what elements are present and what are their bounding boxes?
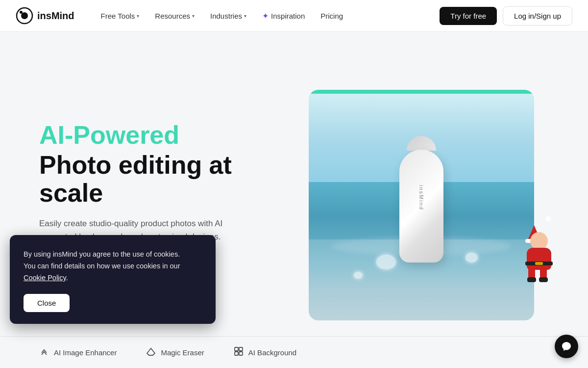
hero-image: insMind bbox=[309, 90, 534, 320]
tube-body: insMind bbox=[399, 150, 443, 263]
nav-item-free-tools[interactable]: Free Tools ▾ bbox=[94, 8, 147, 24]
ice-crystal-1 bbox=[376, 255, 396, 269]
santa-leg-left bbox=[528, 266, 536, 282]
beach-scene: insMind bbox=[309, 90, 534, 320]
try-for-free-button[interactable]: Try for free bbox=[440, 7, 497, 25]
login-signup-button[interactable]: Log in/Sign up bbox=[503, 6, 572, 26]
santa-belt-buckle bbox=[535, 262, 543, 265]
santa-head bbox=[530, 232, 548, 250]
feature-bar: AI Image Enhancer Magic Eraser AI Backgr… bbox=[0, 336, 588, 368]
ice-crystal-3 bbox=[354, 272, 363, 279]
cookie-text: By using insMind you agree to the use of… bbox=[24, 249, 202, 284]
chevron-down-icon: ▾ bbox=[137, 13, 139, 19]
cookie-banner: By using insMind you agree to the use of… bbox=[10, 235, 216, 324]
main-content: AI-Powered Photo editing at scale Easily… bbox=[0, 32, 588, 368]
cookie-close-button[interactable]: Close bbox=[24, 294, 70, 312]
nav-actions: Try for free Log in/Sign up bbox=[440, 6, 572, 26]
svg-rect-8 bbox=[239, 352, 243, 355]
chevron-down-icon: ▾ bbox=[244, 13, 246, 19]
chat-icon bbox=[561, 341, 572, 352]
navbar: insMind Free Tools ▾ Resources ▾ Industr… bbox=[0, 0, 588, 32]
tube-label: insMind bbox=[418, 185, 424, 210]
santa-legs bbox=[528, 266, 548, 282]
nav-item-resources[interactable]: Resources ▾ bbox=[148, 8, 201, 24]
santa-leg-right bbox=[540, 266, 548, 282]
background-icon bbox=[234, 346, 244, 359]
hero-title-main: Photo editing at scale bbox=[39, 151, 274, 207]
cookie-policy-link[interactable]: Cookie Policy bbox=[24, 274, 66, 282]
santa-hat-ball bbox=[546, 216, 551, 221]
enhancer-icon bbox=[39, 346, 49, 359]
svg-point-2 bbox=[20, 11, 23, 14]
chat-widget-button[interactable] bbox=[555, 335, 578, 358]
sparkle-icon: ✦ bbox=[262, 11, 269, 21]
feature-label-enhancer: AI Image Enhancer bbox=[54, 348, 117, 357]
santa-body bbox=[519, 232, 559, 281]
logo-text: insMind bbox=[37, 10, 74, 22]
hero-title-accent: AI-Powered bbox=[39, 121, 274, 149]
svg-rect-7 bbox=[235, 352, 238, 355]
nav-item-inspiration[interactable]: ✦ Inspiration bbox=[255, 7, 312, 25]
santa-character bbox=[519, 232, 559, 281]
eraser-icon bbox=[146, 346, 156, 359]
nav-item-pricing[interactable]: Pricing bbox=[314, 8, 350, 24]
hero-right: insMind bbox=[294, 90, 549, 320]
ice-crystal-2 bbox=[466, 253, 478, 263]
feature-label-eraser: Magic Eraser bbox=[161, 348, 204, 357]
feature-item-background: AI Background bbox=[234, 346, 296, 359]
svg-rect-5 bbox=[235, 347, 238, 351]
feature-item-enhancer: AI Image Enhancer bbox=[39, 346, 117, 359]
product-tube: insMind bbox=[399, 135, 443, 263]
nav-item-industries[interactable]: Industries ▾ bbox=[203, 8, 253, 24]
logo-link[interactable]: insMind bbox=[16, 7, 74, 25]
feature-item-eraser: Magic Eraser bbox=[146, 346, 204, 359]
chevron-down-icon: ▾ bbox=[192, 13, 195, 19]
tube-cap bbox=[407, 136, 436, 151]
svg-marker-3 bbox=[147, 348, 155, 355]
logo-icon bbox=[16, 7, 33, 25]
nav-links: Free Tools ▾ Resources ▾ Industries ▾ ✦ … bbox=[94, 7, 440, 25]
feature-label-background: AI Background bbox=[248, 348, 296, 357]
svg-rect-6 bbox=[239, 347, 243, 351]
